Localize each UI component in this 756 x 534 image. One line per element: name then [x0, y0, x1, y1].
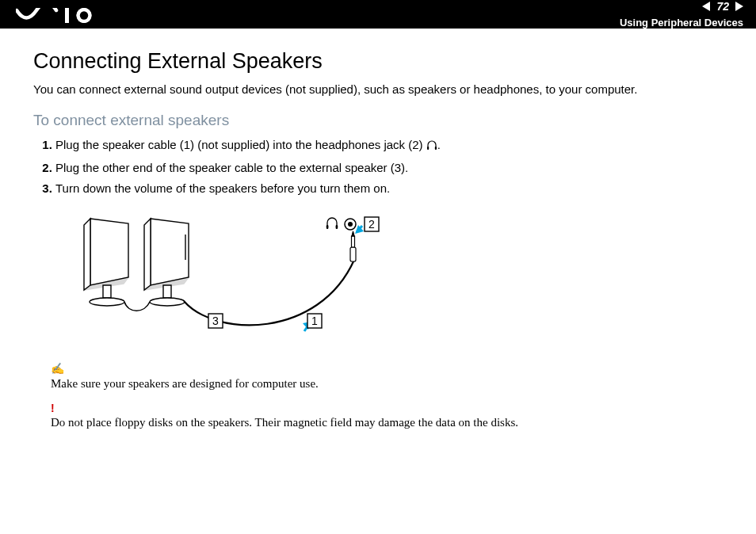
- svg-rect-18: [336, 225, 338, 229]
- diagram-label-2: 2: [368, 218, 375, 231]
- page-header: 72 Using Peripheral Devices: [0, 0, 756, 29]
- step-1-suffix: .: [437, 138, 441, 151]
- svg-point-5: [90, 298, 124, 306]
- note-warning-text: Do not place floppy disks on the speaker…: [51, 416, 518, 429]
- nav-next-icon[interactable]: [735, 2, 743, 11]
- tip-icon: ✍: [51, 363, 64, 375]
- page-title: Connecting External Speakers: [33, 49, 723, 74]
- nav-prev-icon[interactable]: [702, 2, 710, 11]
- svg-rect-17: [326, 225, 329, 229]
- svg-point-7: [150, 298, 185, 306]
- svg-point-2: [80, 11, 88, 19]
- diagram-label-1: 1: [311, 315, 318, 327]
- page-content: Connecting External Speakers You can con…: [0, 29, 756, 456]
- step-2: Plug the other end of the speaker cable …: [55, 160, 723, 176]
- step-3: Turn down the volume of the speakers bef…: [55, 181, 723, 196]
- warning-icon: !: [51, 402, 55, 414]
- steps-list: Plug the speaker cable (1) (not supplied…: [33, 137, 723, 196]
- note-tip-text: Make sure your speakers are designed for…: [51, 377, 319, 390]
- page-number: 72: [716, 0, 729, 13]
- vaio-logo: [16, 6, 101, 23]
- breadcrumb: Using Peripheral Devices: [620, 13, 743, 29]
- svg-rect-0: [65, 8, 69, 23]
- svg-rect-8: [350, 247, 356, 261]
- step-1-text: Plug the speaker cable (1) (not supplied…: [55, 138, 426, 151]
- diagram-label-3: 3: [212, 315, 219, 327]
- step-1: Plug the speaker cable (1) (not supplied…: [55, 137, 723, 154]
- svg-point-20: [348, 222, 353, 227]
- headphones-icon: [426, 139, 437, 154]
- note-warning: ! Do not place floppy disks on the speak…: [51, 401, 723, 431]
- connection-diagram: 3 1 2: [49, 212, 723, 350]
- svg-rect-4: [435, 147, 437, 150]
- intro-text: You can connect external sound output de…: [33, 82, 723, 97]
- svg-rect-9: [352, 236, 355, 247]
- note-tip: ✍ Make sure your speakers are designed f…: [51, 361, 723, 391]
- svg-rect-3: [427, 147, 429, 150]
- subheading: To connect external speakers: [33, 112, 723, 129]
